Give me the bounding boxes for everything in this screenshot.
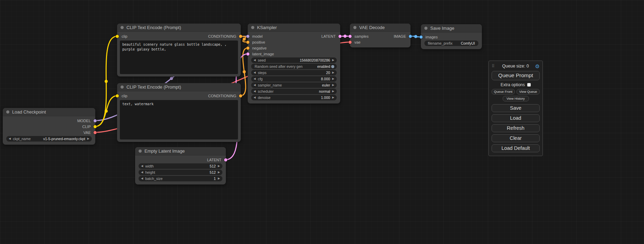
decrement-arrow-icon[interactable]: ◀ xyxy=(254,90,256,93)
decrement-arrow-icon[interactable]: ◀ xyxy=(141,171,143,174)
denoise-stepper[interactable]: ◀ denoise 1.000 ▶ xyxy=(251,95,337,100)
input-slot-vae: vae xyxy=(350,39,411,45)
model-output-port[interactable] xyxy=(94,119,97,122)
model-input-port[interactable] xyxy=(246,35,249,38)
increment-arrow-icon[interactable]: ▶ xyxy=(332,84,334,87)
decrement-arrow-icon[interactable]: ◀ xyxy=(254,78,256,80)
decrement-arrow-icon[interactable]: ◀ xyxy=(254,96,256,99)
node-ksampler[interactable]: KSampler model LATENT positive negative … xyxy=(248,24,340,103)
conditioning-output-port[interactable] xyxy=(239,94,242,97)
node-clip-text-encode-negative[interactable]: CLIP Text Encode (Prompt) clip CONDITION… xyxy=(117,83,241,142)
node-title-bar[interactable]: Empty Latent Image xyxy=(135,147,226,155)
node-title-bar[interactable]: VAE Decode xyxy=(350,24,411,32)
view-history-button[interactable]: View History xyxy=(503,96,529,101)
node-load-checkpoint[interactable]: Load Checkpoint MODEL CLIP VAE ◀ ckpt_na… xyxy=(3,108,95,145)
settings-gear-icon[interactable]: ⚙ xyxy=(535,64,540,69)
decrement-arrow-icon[interactable]: ◀ xyxy=(254,59,256,62)
increment-arrow-icon[interactable]: ▶ xyxy=(332,59,334,62)
width-stepper[interactable]: ◀ width 512 ▶ xyxy=(139,163,222,169)
scheduler-combo[interactable]: ◀ scheduler normal ▶ xyxy=(251,89,337,94)
decrement-arrow-icon[interactable]: ◀ xyxy=(254,71,256,74)
filename-prefix-field[interactable]: filename_prefix ComfyUI xyxy=(424,40,478,46)
collapse-dot-icon[interactable] xyxy=(424,27,427,30)
output-label: CLIP xyxy=(82,125,91,129)
cfg-stepper[interactable]: ◀ cfg 8.000 ▶ xyxy=(251,76,337,82)
latent-image-input-port[interactable] xyxy=(246,52,249,55)
load-button[interactable]: Load xyxy=(492,114,540,122)
images-input-port[interactable] xyxy=(420,35,423,38)
random-seed-toggle[interactable]: Random seed after every gen enabled xyxy=(251,64,337,69)
samples-input-port[interactable] xyxy=(349,35,352,38)
decrement-arrow-icon[interactable]: ◀ xyxy=(141,177,143,180)
collapse-dot-icon[interactable] xyxy=(353,26,356,29)
clear-button[interactable]: Clear xyxy=(492,134,540,142)
vae-input-port[interactable] xyxy=(349,40,352,44)
node-title-bar[interactable]: KSampler xyxy=(248,24,340,32)
clip-input-port[interactable] xyxy=(116,35,119,38)
refresh-button[interactable]: Refresh xyxy=(492,124,540,132)
increment-arrow-icon[interactable]: ▶ xyxy=(218,171,220,174)
node-vae-decode[interactable]: VAE Decode samples IMAGE vae xyxy=(350,24,411,47)
drag-handle-icon[interactable]: ⠿ xyxy=(492,64,495,69)
clip-output-port[interactable] xyxy=(94,125,97,128)
latent-output-port[interactable] xyxy=(338,35,342,38)
node-title-bar[interactable]: Load Checkpoint xyxy=(3,108,95,116)
batch-size-stepper[interactable]: ◀ batch_size 1 ▶ xyxy=(139,176,222,181)
load-default-button[interactable]: Load Default xyxy=(492,144,540,152)
widget-value: 8.000 xyxy=(321,77,330,81)
queue-front-button[interactable]: Queue Front xyxy=(492,89,515,94)
increment-arrow-icon[interactable]: ▶ xyxy=(332,78,334,80)
input-label: model xyxy=(252,34,263,38)
increment-arrow-icon[interactable]: ▶ xyxy=(332,96,334,99)
vae-output-port[interactable] xyxy=(94,131,97,134)
collapse-dot-icon[interactable] xyxy=(121,85,124,89)
save-button[interactable]: Save xyxy=(492,104,540,112)
collapse-dot-icon[interactable] xyxy=(121,26,124,29)
clip-input-port[interactable] xyxy=(116,94,119,97)
increment-arrow-icon[interactable]: ▶ xyxy=(218,177,220,180)
node-clip-text-encode-positive[interactable]: CLIP Text Encode (Prompt) clip CONDITION… xyxy=(117,24,241,76)
slot-row: samples IMAGE xyxy=(350,33,411,39)
output-label: MODEL xyxy=(77,119,91,123)
node-save-image[interactable]: Save Image images filename_prefix ComfyU… xyxy=(421,24,482,49)
seed-stepper[interactable]: ◀ seed 156680208700286 ▶ xyxy=(251,57,337,63)
collapse-dot-icon[interactable] xyxy=(6,110,9,114)
output-slot-vae: VAE xyxy=(3,129,95,135)
sampler-name-combo[interactable]: ◀ sampler_name euler ▶ xyxy=(251,82,337,88)
image-output-port[interactable] xyxy=(409,35,412,38)
extra-options-checkbox[interactable] xyxy=(527,83,531,87)
height-stepper[interactable]: ◀ height 512 ▶ xyxy=(139,170,222,175)
node-title: Load Checkpoint xyxy=(12,109,46,115)
latent-output-port[interactable] xyxy=(224,158,227,161)
increment-arrow-icon[interactable]: ▶ xyxy=(218,165,220,168)
prompt-textarea[interactable]: text, watermark xyxy=(120,100,238,139)
negative-input-port[interactable] xyxy=(246,46,249,49)
conditioning-output-port[interactable] xyxy=(239,35,242,38)
node-title: KSampler xyxy=(257,25,277,30)
positive-input-port[interactable] xyxy=(246,40,249,44)
increment-arrow-icon[interactable]: ▶ xyxy=(332,90,334,93)
comfyui-canvas[interactable]: { "colors": { "MODEL": "#B39DDB", "CLIP"… xyxy=(0,0,644,244)
increment-arrow-icon[interactable]: ▶ xyxy=(87,137,89,140)
ckpt-name-combo-widget[interactable]: ◀ ckpt_name v1-5-pruned-emaonly.ckpt ▶ xyxy=(6,136,92,142)
node-title-bar[interactable]: CLIP Text Encode (Prompt) xyxy=(117,24,241,32)
queue-prompt-button[interactable]: Queue Prompt xyxy=(492,71,540,80)
increment-arrow-icon[interactable]: ▶ xyxy=(332,71,334,74)
output-label: IMAGE xyxy=(394,34,406,38)
output-slot-model: MODEL xyxy=(3,118,95,124)
widget-value: 156680208700286 xyxy=(300,58,330,62)
prompt-textarea[interactable]: beautiful scenery nature glass bottle la… xyxy=(120,40,238,74)
output-slot-latent: LATENT xyxy=(135,157,226,163)
toggle-on-indicator[interactable] xyxy=(331,65,334,68)
decrement-arrow-icon[interactable]: ◀ xyxy=(9,137,11,140)
node-title-bar[interactable]: Save Image xyxy=(421,24,482,33)
decrement-arrow-icon[interactable]: ◀ xyxy=(141,165,143,168)
input-slot-latent-image: latent_image xyxy=(248,51,340,57)
decrement-arrow-icon[interactable]: ◀ xyxy=(254,84,256,87)
node-empty-latent-image[interactable]: Empty Latent Image LATENT ◀ width 512 ▶ … xyxy=(135,147,226,184)
collapse-dot-icon[interactable] xyxy=(139,150,142,153)
view-queue-button[interactable]: View Queue xyxy=(517,89,540,94)
node-title-bar[interactable]: CLIP Text Encode (Prompt) xyxy=(117,83,241,91)
steps-stepper[interactable]: ◀ steps 20 ▶ xyxy=(251,70,337,75)
collapse-dot-icon[interactable] xyxy=(251,26,254,29)
